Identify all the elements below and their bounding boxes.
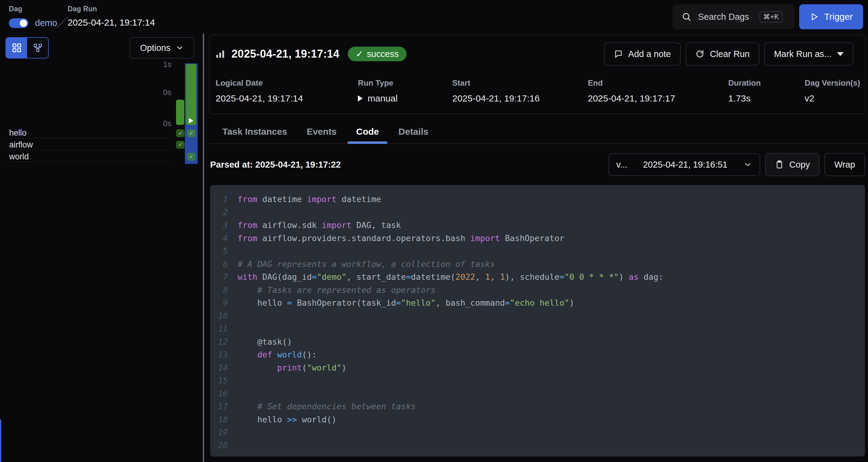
manual-run-icon (189, 118, 193, 123)
search-icon (682, 12, 691, 22)
line-number: 8 (210, 284, 228, 297)
meta-label: Dag Version(s) (805, 78, 860, 88)
code-text: # A DAG represents a workflow, a collect… (238, 258, 495, 271)
code-line: 15 (210, 374, 865, 387)
code-text (238, 245, 242, 258)
tab-events[interactable]: Events (297, 120, 346, 143)
search-dags-button[interactable]: Search Dags ⌘+K (673, 4, 794, 29)
clipboard-icon (775, 160, 784, 169)
meta-dag-version-s-: Dag Version(s)v2 (805, 78, 860, 104)
toggle-knob (20, 20, 27, 27)
wrap-button[interactable]: Wrap (825, 153, 865, 176)
ti-square-hello-sel[interactable]: ✓ (187, 129, 195, 137)
line-number: 17 (210, 400, 228, 413)
options-button[interactable]: Options (130, 37, 194, 59)
dag-pause-toggle[interactable] (9, 18, 28, 28)
code-line: 16 (210, 387, 865, 400)
breadcrumb-dag: Dag demo (9, 5, 57, 28)
task-row-separator (4, 150, 169, 150)
tab-code[interactable]: Code (346, 120, 389, 143)
play-icon (358, 95, 363, 102)
meta-run-type: Run Typemanual (358, 78, 398, 104)
meta-logical-date: Logical Date2025-04-21, 19:17:14 (216, 78, 303, 104)
line-number: 4 (210, 232, 228, 245)
dag-version-select[interactable]: v... 2025-04-21, 19:16:51 (609, 153, 760, 176)
code-line: 9 hello = BashOperator(task_id="hello", … (210, 296, 865, 310)
line-number: 12 (210, 336, 228, 349)
tab-details[interactable]: Details (389, 120, 438, 143)
code-line: 17 # Set dependencies between tasks (210, 400, 865, 413)
dag-name-link[interactable]: demo (35, 18, 57, 28)
code-text (238, 439, 242, 452)
code-line: 12 @task() (210, 336, 865, 349)
duration-tick: 1s (146, 60, 172, 69)
code-text: from datetime import datetime (238, 193, 381, 206)
add-note-button[interactable]: Add a note (604, 42, 681, 65)
task-label-airflow[interactable]: airflow (9, 140, 33, 150)
code-text (238, 387, 242, 400)
line-number: 2 (210, 206, 228, 219)
line-number: 1 (210, 193, 228, 206)
ti-square-airflow-prev[interactable]: ✓ (176, 141, 185, 149)
version-prefix: v... (616, 160, 628, 170)
ti-square-hello-prev[interactable]: ✓ (176, 129, 185, 137)
meta-value-text: manual (368, 93, 398, 104)
line-number: 13 (210, 348, 228, 362)
play-outline-icon (809, 12, 819, 21)
code-line: 4from airflow.providers.standard.operato… (210, 232, 865, 245)
chevron-down-icon (743, 160, 752, 169)
dagrun-id: 2025-04-21, 19:17:14 (68, 18, 155, 28)
copy-button[interactable]: Copy (765, 153, 820, 176)
task-label-hello[interactable]: hello (9, 128, 27, 138)
meta-label: End (588, 78, 675, 88)
note-icon (614, 49, 623, 59)
selected-run-duration-bar[interactable] (186, 64, 196, 125)
code-line: 3from airflow.sdk import DAG, task (210, 219, 865, 232)
code-line: 14 print("world") (210, 362, 865, 375)
trigger-button[interactable]: Trigger (799, 4, 863, 29)
dag-code-panel[interactable]: 1from datetime import datetime2 3from ai… (210, 185, 865, 457)
task-row-separator (4, 162, 169, 162)
meta-label: Run Type (358, 78, 398, 88)
line-number: 20 (210, 439, 228, 452)
meta-value: 2025-04-21, 19:17:17 (588, 93, 675, 104)
bar-chart-icon (215, 49, 225, 59)
panel-resize-handle[interactable] (203, 33, 204, 462)
meta-label: Start (452, 78, 540, 88)
task-label-world[interactable]: world (9, 152, 29, 162)
code-line: 2 (210, 206, 865, 219)
line-number: 15 (210, 374, 228, 387)
graph-view-button[interactable] (27, 38, 48, 58)
line-number: 16 (210, 387, 228, 400)
line-number: 9 (210, 296, 228, 310)
line-number: 6 (210, 258, 228, 271)
mark-run-as-label: Mark Run as... (774, 49, 832, 59)
caret-down-icon (837, 52, 844, 56)
code-text (238, 426, 242, 439)
meta-duration: Duration1.73s (728, 78, 761, 104)
code-text: from airflow.providers.standard.operator… (238, 232, 564, 245)
code-text (238, 310, 242, 323)
meta-end: End2025-04-21, 19:17:17 (588, 78, 675, 104)
ti-square-world-sel[interactable]: ✓ (187, 153, 195, 161)
code-text: print("world") (238, 362, 347, 375)
parsed-at-text: Parsed at: 2025-04-21, 19:17:22 (210, 160, 341, 170)
search-shortcut-kbd: ⌘+K (760, 11, 783, 23)
clear-run-button[interactable]: Clear Run (686, 42, 760, 65)
code-text: @task() (238, 336, 292, 349)
grid-icon (11, 43, 22, 53)
line-number: 19 (210, 426, 228, 439)
code-text: from airflow.sdk import DAG, task (238, 219, 401, 232)
tab-task-instances[interactable]: Task Instances (213, 120, 297, 143)
previous-run-duration-bar[interactable] (176, 100, 184, 125)
meta-value-text: 2025-04-21, 19:17:16 (452, 93, 540, 104)
meta-value: 1.73s (728, 93, 761, 104)
code-line: 1from datetime import datetime (210, 193, 865, 206)
grid-view-button[interactable] (6, 38, 27, 58)
duration-tick: 0s (146, 88, 172, 97)
mark-run-as-button[interactable]: Mark Run as... (764, 42, 854, 65)
code-text: # Set dependencies between tasks (238, 400, 416, 413)
line-number: 7 (210, 270, 228, 284)
code-text (238, 374, 242, 387)
status-badge: ✓ success (348, 47, 407, 61)
